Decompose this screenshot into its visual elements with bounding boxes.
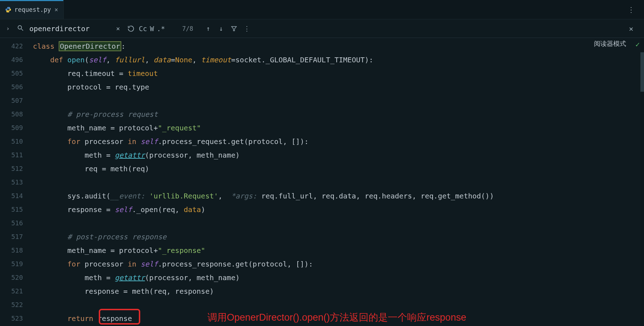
code-line: for processor in self.process_response.g… [29,257,644,271]
svg-line-1 [21,29,23,30]
search-icon [15,24,26,33]
code-line: response = self._open(req, data) [29,203,644,216]
line-number: 510 [0,135,29,148]
line-number: 512 [0,162,29,176]
whole-word-button[interactable]: W [150,25,154,33]
code-line: class OpenerDirector: [29,39,644,53]
code-line: meth_name = protocol+"_response" [29,244,644,257]
next-match-icon[interactable]: ↓ [215,23,227,34]
line-number: 517 [0,230,29,244]
python-file-icon [5,6,11,13]
code-line: protocol = req.type [29,80,644,94]
code-line: meth = getattr(processor, meth_name) [29,148,644,162]
code-line: req.timeout = timeout [29,67,644,80]
match-count: 7/8 [182,25,193,32]
code-line: for processor in self.process_request.ge… [29,135,644,148]
search-input[interactable] [29,24,112,33]
highlighted-class: OpenerDirector [59,41,121,51]
match-case-button[interactable]: Cc [139,25,147,33]
line-number: 507 [0,94,29,107]
code-line: meth = getattr(processor, meth_name) [29,271,644,284]
line-number: 496 [0,53,29,67]
annotation-text: 调用OpenerDirector().open()方法返回的是一个响应respo… [208,311,466,324]
code-area[interactable]: 阅读器模式 ✓ class OpenerDirector: def open(s… [29,38,644,326]
inspections-ok-icon[interactable]: ✓ [635,40,640,49]
line-number: 520 [0,271,29,284]
code-line: def open(self, fullurl, data=None, timeo… [29,53,644,67]
code-line: response = meth(req, response) [29,284,644,298]
line-number: 518 [0,244,29,257]
code-line: # post-process response [29,230,644,244]
line-number: 522 [0,298,29,312]
line-number: 422 [0,39,29,53]
prev-match-icon[interactable]: ↑ [203,23,214,34]
line-number: 509 [0,121,29,135]
status-bar [0,323,644,326]
filter-icon[interactable] [228,23,240,34]
search-history-icon[interactable] [125,23,137,34]
reader-mode-button[interactable]: 阅读器模式 [594,39,626,48]
find-more-icon[interactable]: ⋮ [241,23,253,34]
line-number: 521 [0,284,29,298]
close-find-icon[interactable]: ✕ [625,23,637,34]
code-line: req = meth(req) [29,162,644,176]
code-line [29,94,644,107]
file-tab[interactable]: request.py × [0,0,64,19]
code-line [29,176,644,189]
find-bar: › × Cc W .* 7/8 ↑ ↓ ⋮ ✕ [0,19,644,38]
line-number: 505 [0,67,29,80]
svg-point-0 [18,25,21,29]
clear-search-icon[interactable]: × [112,23,124,34]
code-line: meth_name = protocol+"_request" [29,121,644,135]
tab-close-icon[interactable]: × [54,6,58,13]
code-editor[interactable]: 4224965055065075085095105115125135145155… [0,38,644,326]
tab-overflow-icon[interactable]: ⋮ [628,5,635,14]
code-line: sys.audit(__event: 'urllib.Request', *ar… [29,189,644,203]
regex-button[interactable]: .* [157,25,165,33]
code-line: # pre-process request [29,107,644,121]
tab-bar: request.py × ⋮ [0,0,644,19]
minimap-thumb[interactable] [640,52,644,92]
line-gutter: 4224965055065075085095105115125135145155… [0,38,29,326]
code-line [29,298,644,312]
line-number: 516 [0,216,29,230]
line-number: 514 [0,189,29,203]
line-number: 513 [0,176,29,189]
minimap[interactable] [640,38,644,326]
line-number: 511 [0,148,29,162]
expand-replace-icon[interactable]: › [4,25,12,32]
line-number: 519 [0,257,29,271]
tab-filename: request.py [14,6,51,13]
line-number: 506 [0,80,29,94]
line-number: 515 [0,203,29,216]
line-number: 508 [0,107,29,121]
code-line [29,216,644,230]
svg-marker-2 [231,27,236,31]
